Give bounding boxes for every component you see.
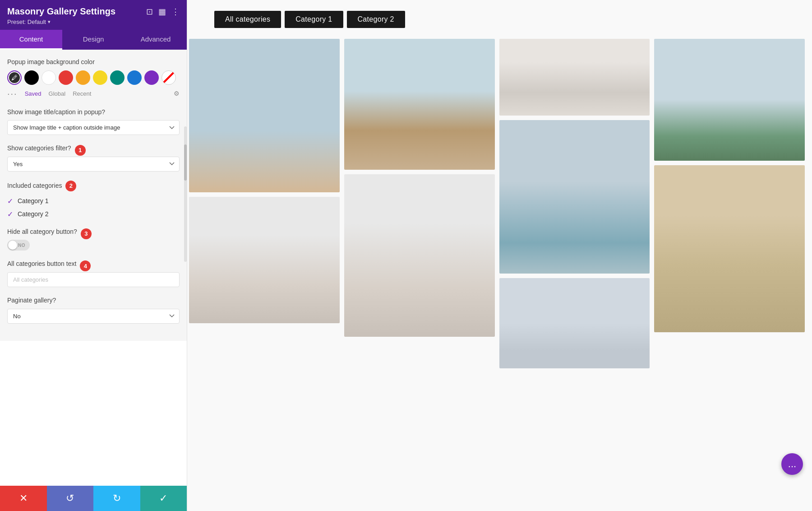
all-categories-text-section: All categories button text 4 [7, 260, 180, 287]
gallery-item-9[interactable] [654, 165, 805, 332]
filter-btn-all[interactable]: All categories [214, 11, 281, 28]
scroll-thumb [184, 144, 187, 181]
color-swatch-black[interactable] [24, 70, 39, 85]
cancel-button[interactable]: ✕ [0, 486, 47, 511]
sidebar: Masonry Gallery Settings ⊡ ▦ ⋮ Preset: D… [0, 0, 187, 511]
color-tab-saved[interactable]: Saved [25, 90, 42, 97]
category-1-label[interactable]: Category 1 [18, 197, 48, 204]
save-button[interactable]: ✓ [140, 486, 187, 511]
show-filter-section: Show categories filter? 1 YesNo [7, 144, 180, 172]
show-caption-label: Show image title/caption in popup? [7, 108, 180, 117]
sidebar-header-icons: ⊡ ▦ ⋮ [146, 7, 180, 17]
color-swatch-yellow[interactable] [93, 70, 107, 85]
category-2-label[interactable]: Category 2 [18, 210, 48, 218]
sidebar-title: Masonry Gallery Settings [7, 6, 115, 17]
included-categories-badge: 2 [65, 181, 76, 191]
float-action-button[interactable]: ... [781, 453, 803, 475]
undo-button[interactable]: ↺ [47, 486, 94, 511]
gallery-item-1[interactable] [189, 39, 340, 192]
gallery-item-2[interactable] [344, 39, 495, 170]
tab-advanced[interactable]: Advanced [125, 30, 187, 50]
color-swatch-row: 🖉 [7, 70, 180, 85]
gallery-col-3 [499, 39, 650, 368]
included-categories-section: Included categories 2 ✓ Category 1 ✓ Cat… [7, 181, 180, 218]
hide-all-btn-toggle[interactable]: NO [7, 240, 30, 251]
all-categories-text-label: All categories button text [7, 260, 76, 269]
filter-bar: All categories Category 1 Category 2 [187, 0, 812, 39]
show-filter-select[interactable]: YesNo [7, 157, 180, 172]
preset-label[interactable]: Preset: Default [7, 19, 180, 25]
all-categories-text-badge: 4 [80, 260, 91, 271]
color-settings-icon[interactable]: ⚙ [174, 90, 180, 97]
category-2-item: ✓ Category 2 [7, 210, 180, 218]
color-swatch-transparent[interactable] [161, 70, 176, 85]
paginate-select[interactable]: NoYes [7, 309, 180, 324]
popup-bg-color-section: Popup image background color 🖉 [7, 58, 180, 99]
gallery-item-6[interactable] [344, 174, 495, 337]
tab-content[interactable]: Content [0, 30, 62, 50]
filter-btn-cat2[interactable]: Category 2 [347, 11, 405, 28]
category-1-item: ✓ Category 1 [7, 197, 180, 205]
color-swatch-orange[interactable] [76, 70, 90, 85]
hide-all-btn-badge: 3 [81, 228, 92, 239]
more-icon[interactable]: ⋮ [171, 7, 180, 17]
show-filter-badge: 1 [75, 145, 86, 156]
color-swatch-blue[interactable] [127, 70, 142, 85]
gallery-item-8[interactable] [499, 278, 650, 368]
bottom-toolbar: ✕ ↺ ↻ ✓ [0, 486, 187, 511]
gallery-col-2 [344, 39, 495, 337]
show-caption-section: Show image title/caption in popup? Show … [7, 108, 180, 135]
sidebar-header: Masonry Gallery Settings ⊡ ▦ ⋮ Preset: D… [0, 0, 187, 30]
gallery-item-7[interactable] [499, 120, 650, 274]
show-caption-select[interactable]: Show Image title + caption outside image… [7, 120, 180, 135]
color-swatch-teal[interactable] [110, 70, 125, 85]
color-dots[interactable]: ··· [7, 88, 18, 99]
toggle-slider: NO [7, 240, 30, 251]
toggle-knob [8, 241, 17, 250]
show-filter-label: Show categories filter? [7, 144, 71, 153]
category-1-check-icon: ✓ [7, 197, 13, 205]
main-content: All categories Category 1 Category 2 [187, 0, 812, 511]
color-swatch-purple[interactable] [144, 70, 159, 85]
included-categories-header: Included categories 2 [7, 181, 180, 191]
paginate-section: Paginate gallery? NoYes [7, 296, 180, 324]
filter-btn-cat1[interactable]: Category 1 [285, 11, 343, 28]
gallery-item-3[interactable] [499, 39, 650, 116]
included-categories-label: Included categories [7, 181, 62, 190]
category-2-check-icon: ✓ [7, 210, 13, 218]
scroll-track[interactable] [184, 126, 187, 262]
hide-all-btn-label: Hide all category button? [7, 228, 77, 237]
gallery-col-4 [654, 39, 805, 332]
all-categories-text-input[interactable] [7, 272, 180, 287]
color-tabs: ··· Saved Global Recent ⚙ [7, 88, 180, 99]
color-tab-recent[interactable]: Recent [73, 90, 91, 97]
color-swatch-red[interactable] [59, 70, 73, 85]
gallery-item-5[interactable] [189, 197, 340, 323]
gallery-col-1 [189, 39, 340, 323]
gallery-item-4[interactable] [654, 39, 805, 161]
color-tab-global[interactable]: Global [49, 90, 66, 97]
tab-bar: Content Design Advanced [0, 30, 187, 50]
toggle-no-label: NO [18, 243, 25, 248]
popup-bg-color-label: Popup image background color [7, 58, 180, 67]
expand-icon[interactable]: ⊡ [146, 7, 153, 17]
redo-button[interactable]: ↻ [93, 486, 140, 511]
color-swatch-white[interactable] [42, 70, 56, 85]
hide-all-btn-toggle-row: NO [7, 240, 180, 251]
hide-all-btn-section: Hide all category button? 3 NO [7, 228, 180, 251]
tab-design[interactable]: Design [62, 30, 125, 50]
grid-icon[interactable]: ▦ [158, 7, 166, 17]
eyedropper-swatch[interactable]: 🖉 [7, 70, 22, 85]
sidebar-content: Popup image background color 🖉 [0, 50, 187, 341]
paginate-label: Paginate gallery? [7, 296, 180, 305]
